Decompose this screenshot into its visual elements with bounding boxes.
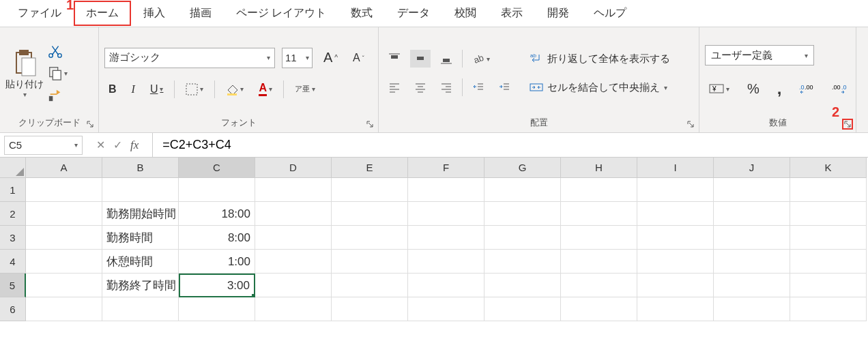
row-header-1[interactable]: 1 bbox=[0, 178, 26, 202]
cell-A4[interactable] bbox=[26, 250, 102, 274]
col-header-I[interactable]: I bbox=[637, 158, 714, 178]
cell-I1[interactable] bbox=[637, 178, 714, 202]
col-header-D[interactable]: D bbox=[255, 158, 332, 178]
col-header-J[interactable]: J bbox=[714, 158, 790, 178]
col-header-G[interactable]: G bbox=[484, 158, 561, 178]
cell-F6[interactable] bbox=[408, 297, 484, 321]
align-center-button[interactable] bbox=[410, 78, 431, 96]
col-header-C[interactable]: C bbox=[179, 158, 255, 178]
cell-A6[interactable] bbox=[26, 297, 102, 321]
align-left-button[interactable] bbox=[384, 78, 405, 96]
cell-K4[interactable] bbox=[790, 250, 867, 274]
cell-K2[interactable] bbox=[790, 202, 867, 226]
cell-I3[interactable] bbox=[637, 226, 714, 250]
cell-G3[interactable] bbox=[484, 226, 561, 250]
align-top-button[interactable] bbox=[384, 50, 405, 68]
increase-decimal-button[interactable]: .0.00 bbox=[795, 80, 818, 98]
tab-data[interactable]: データ bbox=[385, 1, 442, 26]
col-header-A[interactable]: A bbox=[26, 158, 102, 178]
col-header-F[interactable]: F bbox=[408, 158, 484, 178]
name-box[interactable]: C5▾ bbox=[4, 136, 83, 155]
cell-K3[interactable] bbox=[790, 226, 867, 250]
font-dialog-launcher[interactable] bbox=[364, 119, 375, 130]
wrap-text-button[interactable]: ab 折り返して全体を表示する bbox=[525, 49, 674, 68]
cell-G4[interactable] bbox=[484, 250, 561, 274]
cell-E2[interactable] bbox=[332, 202, 408, 226]
col-header-B[interactable]: B bbox=[102, 158, 179, 178]
decrease-decimal-button[interactable]: .00.0 bbox=[828, 80, 851, 98]
cell-G5[interactable] bbox=[484, 274, 561, 297]
cell-B6[interactable] bbox=[102, 297, 179, 321]
fill-color-button[interactable]: ▾ bbox=[222, 80, 248, 98]
cell-F5[interactable] bbox=[408, 274, 484, 297]
cell-I2[interactable] bbox=[637, 202, 714, 226]
align-middle-button[interactable] bbox=[410, 50, 431, 68]
cell-D2[interactable] bbox=[255, 202, 332, 226]
cell-D4[interactable] bbox=[255, 250, 332, 274]
increase-font-button[interactable]: A^ bbox=[319, 47, 342, 68]
insert-function-icon[interactable]: fx bbox=[130, 138, 139, 152]
copy-button[interactable]: ▾ bbox=[48, 65, 68, 80]
cell-F1[interactable] bbox=[408, 178, 484, 202]
tab-view[interactable]: 表示 bbox=[489, 1, 535, 26]
cell-K1[interactable] bbox=[790, 178, 867, 202]
cell-F4[interactable] bbox=[408, 250, 484, 274]
phonetic-button[interactable]: ア亜 ▾ bbox=[291, 83, 319, 95]
accounting-format-button[interactable]: ¥ ▾ bbox=[705, 80, 734, 98]
cell-A5[interactable] bbox=[26, 274, 102, 297]
cell-H5[interactable] bbox=[561, 274, 637, 297]
cell-G1[interactable] bbox=[484, 178, 561, 202]
tab-developer[interactable]: 開発 bbox=[535, 1, 581, 26]
font-color-button[interactable]: A ▾ bbox=[255, 79, 276, 99]
cell-J1[interactable] bbox=[714, 178, 790, 202]
decrease-indent-button[interactable] bbox=[468, 78, 489, 96]
tab-page-layout[interactable]: ページ レイアウト bbox=[224, 1, 338, 26]
cell-F3[interactable] bbox=[408, 226, 484, 250]
cell-E4[interactable] bbox=[332, 250, 408, 274]
select-all-corner[interactable] bbox=[0, 158, 26, 178]
cell-B5[interactable]: 勤務終了時間 bbox=[102, 274, 179, 297]
increase-indent-button[interactable] bbox=[494, 78, 515, 96]
cell-B2[interactable]: 勤務開始時間 bbox=[102, 202, 179, 226]
cell-H2[interactable] bbox=[561, 202, 637, 226]
cell-B4[interactable]: 休憩時間 bbox=[102, 250, 179, 274]
merge-center-button[interactable]: セルを結合して中央揃え ▾ bbox=[525, 78, 674, 97]
tab-review[interactable]: 校閲 bbox=[442, 1, 489, 26]
cell-J3[interactable] bbox=[714, 226, 790, 250]
formula-input[interactable] bbox=[152, 133, 868, 157]
number-format-select[interactable]: ユーザー定義▾ bbox=[705, 45, 814, 65]
cell-D1[interactable] bbox=[255, 178, 332, 202]
cell-G2[interactable] bbox=[484, 202, 561, 226]
cell-H1[interactable] bbox=[561, 178, 637, 202]
cell-B3[interactable]: 勤務時間 bbox=[102, 226, 179, 250]
cell-E5[interactable] bbox=[332, 274, 408, 297]
cell-J5[interactable] bbox=[714, 274, 790, 297]
cell-H3[interactable] bbox=[561, 226, 637, 250]
format-painter-icon[interactable] bbox=[48, 87, 63, 102]
enter-formula-icon[interactable]: ✓ bbox=[113, 138, 122, 151]
cell-E1[interactable] bbox=[332, 178, 408, 202]
cell-C5[interactable]: 3:00 bbox=[179, 274, 255, 297]
percent-button[interactable]: % bbox=[743, 78, 764, 100]
cell-K6[interactable] bbox=[790, 297, 867, 321]
cell-J2[interactable] bbox=[714, 202, 790, 226]
bold-button[interactable]: B bbox=[104, 80, 121, 98]
cell-H4[interactable] bbox=[561, 250, 637, 274]
cell-D5[interactable] bbox=[255, 274, 332, 297]
cell-E3[interactable] bbox=[332, 226, 408, 250]
cell-E6[interactable] bbox=[332, 297, 408, 321]
cell-F2[interactable] bbox=[408, 202, 484, 226]
col-header-K[interactable]: K bbox=[790, 158, 867, 178]
cell-C6[interactable] bbox=[179, 297, 255, 321]
decrease-font-button[interactable]: Aˇ bbox=[349, 49, 368, 67]
cell-C4[interactable]: 1:00 bbox=[179, 250, 255, 274]
comma-button[interactable]: , bbox=[773, 76, 786, 101]
cell-D3[interactable] bbox=[255, 226, 332, 250]
row-header-3[interactable]: 3 bbox=[0, 226, 26, 250]
cell-I5[interactable] bbox=[637, 274, 714, 297]
row-header-2[interactable]: 2 bbox=[0, 202, 26, 226]
cell-A2[interactable] bbox=[26, 202, 102, 226]
cell-A1[interactable] bbox=[26, 178, 102, 202]
paste-button[interactable]: 貼り付け ▾ bbox=[5, 48, 44, 98]
underline-button[interactable]: U ▾ bbox=[146, 80, 168, 98]
